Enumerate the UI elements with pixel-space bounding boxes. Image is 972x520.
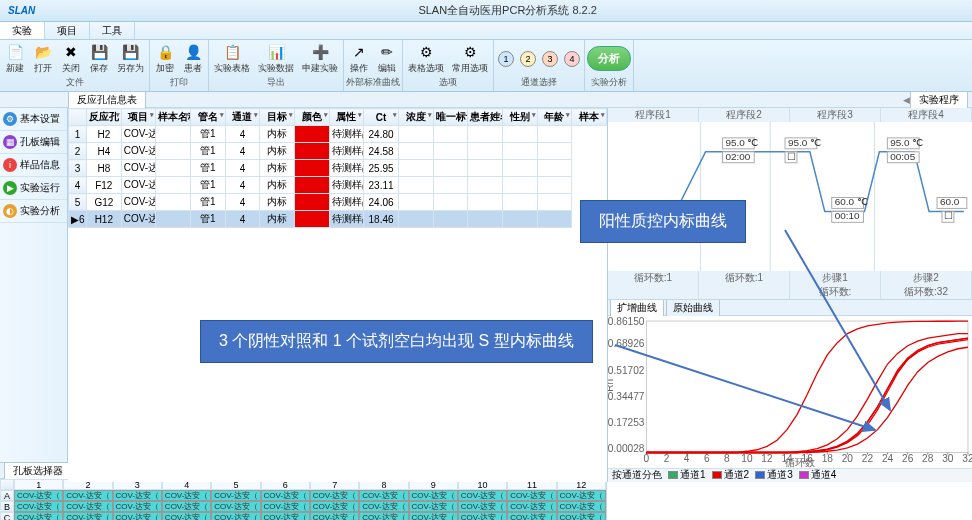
- nav-run[interactable]: ▶实验运行: [0, 177, 67, 200]
- well-A8[interactable]: COV-达安（: [359, 490, 408, 501]
- well-B12[interactable]: COV-达安（: [557, 501, 606, 512]
- collapse-icon[interactable]: ◀: [903, 95, 910, 105]
- tab-program[interactable]: 实验程序: [910, 91, 968, 108]
- tab-amp-curve[interactable]: 扩增曲线: [610, 299, 664, 316]
- nav-basic-settings[interactable]: ⚙基本设置: [0, 108, 67, 131]
- svg-text:30: 30: [942, 453, 954, 464]
- callout-negative-control: 3 个阴性对照和 1 个试剂空白均出现 S 型内标曲线: [200, 320, 593, 363]
- analyze-button[interactable]: 分析: [587, 46, 631, 71]
- 关闭-icon: ✖: [61, 42, 81, 62]
- ribbon-另存为[interactable]: 💾另存为: [114, 41, 147, 76]
- well-A1[interactable]: COV-达安（: [14, 490, 63, 501]
- svg-text:☐: ☐: [787, 151, 796, 162]
- 实验数据-icon: 📊: [266, 42, 286, 62]
- well-A3[interactable]: COV-达安（: [113, 490, 162, 501]
- 保存-icon: 💾: [89, 42, 109, 62]
- 加密-icon: 🔒: [155, 42, 175, 62]
- ribbon-新建[interactable]: 📄新建: [2, 41, 28, 76]
- well-B8[interactable]: COV-达安（: [359, 501, 408, 512]
- 表格选项-icon: ⚙: [416, 42, 436, 62]
- channel-1-button[interactable]: 1: [498, 51, 514, 67]
- table-row[interactable]: 4F12COV-达安（快速）管14内标待测样品23.11: [69, 177, 607, 194]
- table-row[interactable]: 2H4COV-达安（快速）管14内标待测样品24.58: [69, 143, 607, 160]
- well-B5[interactable]: COV-达安（: [211, 501, 260, 512]
- 实验表格-icon: 📋: [222, 42, 242, 62]
- nav-analysis[interactable]: ◐实验分析: [0, 200, 67, 223]
- well-C8[interactable]: COV-达安（: [359, 512, 408, 520]
- ribbon-关闭[interactable]: ✖关闭: [58, 41, 84, 76]
- well-A10[interactable]: COV-达安（: [458, 490, 507, 501]
- well-C7[interactable]: COV-达安（: [310, 512, 359, 520]
- title-bar: SLAN SLAN全自动医用PCR分析系统 8.2.2: [0, 0, 972, 22]
- svg-text:28: 28: [922, 453, 934, 464]
- ribbon-申建实验[interactable]: ➕申建实验: [299, 41, 341, 76]
- well-C12[interactable]: COV-达安（: [557, 512, 606, 520]
- 患者-icon: 👤: [183, 42, 203, 62]
- well-A12[interactable]: COV-达安（: [557, 490, 606, 501]
- well-B10[interactable]: COV-达安（: [458, 501, 507, 512]
- 申建实验-icon: ➕: [310, 42, 330, 62]
- ribbon-操作[interactable]: ↗操作: [346, 41, 372, 76]
- 常用选项-icon: ⚙: [460, 42, 480, 62]
- well-B9[interactable]: COV-达安（: [409, 501, 458, 512]
- ribbon-保存[interactable]: 💾保存: [86, 41, 112, 76]
- well-A4[interactable]: COV-达安（: [162, 490, 211, 501]
- well-A5[interactable]: COV-达安（: [211, 490, 260, 501]
- svg-text:02:00: 02:00: [725, 151, 750, 162]
- channel-4-button[interactable]: 4: [564, 51, 580, 67]
- svg-text:0.86150: 0.86150: [608, 316, 645, 327]
- well-A11[interactable]: COV-达安（: [507, 490, 556, 501]
- well-A7[interactable]: COV-达安（: [310, 490, 359, 501]
- menu-tab-project[interactable]: 项目: [45, 22, 90, 39]
- left-nav: ⚙基本设置 ▦孔板编辑 i样品信息 ▶实验运行 ◐实验分析: [0, 108, 68, 462]
- ribbon-打开[interactable]: 📂打开: [30, 41, 56, 76]
- table-row[interactable]: ▶6H12COV-达安（快速）管14内标待测样品18.46: [69, 211, 607, 228]
- well-B11[interactable]: COV-达安（: [507, 501, 556, 512]
- well-A9[interactable]: COV-达安（: [409, 490, 458, 501]
- 新建-icon: 📄: [5, 42, 25, 62]
- tab-well-info[interactable]: 反应孔信息表: [68, 91, 146, 108]
- well-C4[interactable]: COV-达安（: [162, 512, 211, 520]
- table-row[interactable]: 5G12COV-达安（快速）管14内标待测样品24.06: [69, 194, 607, 211]
- well-B6[interactable]: COV-达安（: [261, 501, 310, 512]
- well-A2[interactable]: COV-达安（: [63, 490, 112, 501]
- menu-tab-tools[interactable]: 工具: [90, 22, 135, 39]
- svg-text:95.0 ℃: 95.0 ℃: [890, 137, 923, 148]
- ribbon-患者[interactable]: 👤患者: [180, 41, 206, 76]
- well-B2[interactable]: COV-达安（: [63, 501, 112, 512]
- tab-raw-curve[interactable]: 原始曲线: [666, 299, 720, 316]
- table-row[interactable]: 3H8COV-达安（快速）管14内标待测样品25.95: [69, 160, 607, 177]
- well-C2[interactable]: COV-达安（: [63, 512, 112, 520]
- well-plate-grid[interactable]: 123456789101112ACOV-达安（COV-达安（COV-达安（COV…: [0, 479, 606, 520]
- app-title: SLAN全自动医用PCR分析系统 8.2.2: [43, 3, 972, 18]
- ribbon-编辑[interactable]: ✏编辑: [374, 41, 400, 76]
- nav-sample-info[interactable]: i样品信息: [0, 154, 67, 177]
- well-C1[interactable]: COV-达安（: [14, 512, 63, 520]
- well-C3[interactable]: COV-达安（: [113, 512, 162, 520]
- nav-plate-edit[interactable]: ▦孔板编辑: [0, 131, 67, 154]
- well-B3[interactable]: COV-达安（: [113, 501, 162, 512]
- well-C9[interactable]: COV-达安（: [409, 512, 458, 520]
- data-table[interactable]: 反应孔▾项目▾样本名称▾管名▾通道▾目标▾颜色▾属性▾Ct▾浓度▾唯一标识▾患者…: [68, 108, 607, 228]
- menu-tabs: 实验 项目 工具: [0, 22, 972, 40]
- ribbon-表格选项[interactable]: ⚙表格选项: [405, 41, 447, 76]
- well-C5[interactable]: COV-达安（: [211, 512, 260, 520]
- ribbon-加密[interactable]: 🔒加密: [152, 41, 178, 76]
- well-A6[interactable]: COV-达安（: [261, 490, 310, 501]
- well-C10[interactable]: COV-达安（: [458, 512, 507, 520]
- svg-text:32: 32: [962, 453, 972, 464]
- svg-text:95.0 ℃: 95.0 ℃: [725, 137, 758, 148]
- channel-3-button[interactable]: 3: [542, 51, 558, 67]
- callout-positive-control: 阳性质控内标曲线: [580, 200, 746, 243]
- well-B7[interactable]: COV-达安（: [310, 501, 359, 512]
- well-B1[interactable]: COV-达安（: [14, 501, 63, 512]
- well-C6[interactable]: COV-达安（: [261, 512, 310, 520]
- ribbon-常用选项[interactable]: ⚙常用选项: [449, 41, 491, 76]
- channel-2-button[interactable]: 2: [520, 51, 536, 67]
- well-B4[interactable]: COV-达安（: [162, 501, 211, 512]
- ribbon-实验表格[interactable]: 📋实验表格: [211, 41, 253, 76]
- well-C11[interactable]: COV-达安（: [507, 512, 556, 520]
- table-row[interactable]: 1H2COV-达安（快速）管14内标待测样品24.80: [69, 126, 607, 143]
- ribbon-实验数据[interactable]: 📊实验数据: [255, 41, 297, 76]
- menu-tab-experiment[interactable]: 实验: [0, 22, 45, 39]
